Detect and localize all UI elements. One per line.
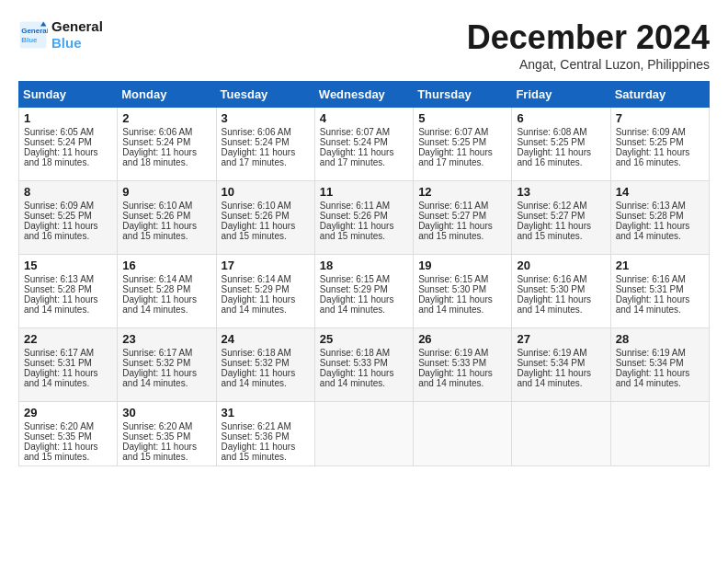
cell-text: and 14 minutes. (222, 378, 310, 388)
cell-text: Sunrise: 6:13 AM (616, 201, 704, 211)
cell-text: Sunset: 5:26 PM (222, 211, 310, 221)
cell-text: and 14 minutes. (418, 304, 506, 315)
day-number: 28 (616, 332, 704, 346)
day-number: 19 (418, 259, 506, 272)
header: General Blue General Blue December 2024 … (18, 18, 710, 72)
day-number: 8 (24, 185, 112, 199)
day-number: 3 (222, 111, 310, 125)
cell-text: Daylight: 11 hours (320, 294, 408, 304)
cell-text: and 15 minutes. (222, 452, 310, 462)
calendar-row-3: 15Sunrise: 6:13 AMSunset: 5:28 PMDayligh… (19, 255, 710, 328)
calendar-cell: 9Sunrise: 6:10 AMSunset: 5:26 PMDaylight… (118, 181, 216, 255)
calendar-cell: 13Sunrise: 6:12 AMSunset: 5:27 PMDayligh… (512, 181, 610, 255)
calendar-cell: 5Sunrise: 6:07 AMSunset: 5:25 PMDaylight… (414, 108, 512, 181)
cell-text: Sunset: 5:24 PM (122, 137, 210, 147)
calendar-cell: 31Sunrise: 6:21 AMSunset: 5:36 PMDayligh… (216, 402, 314, 466)
calendar-cell: 1Sunrise: 6:05 AMSunset: 5:24 PMDaylight… (19, 108, 118, 181)
day-number: 18 (320, 259, 408, 272)
cell-text: Sunset: 5:24 PM (320, 137, 408, 147)
cell-text: Sunrise: 6:09 AM (616, 127, 704, 137)
cell-text: Sunset: 5:30 PM (517, 284, 605, 294)
cell-text: and 15 minutes. (222, 231, 310, 241)
cell-text: and 15 minutes. (122, 231, 210, 241)
calendar-cell (414, 402, 512, 466)
cell-text: Daylight: 11 hours (24, 368, 112, 378)
cell-text: Daylight: 11 hours (222, 368, 310, 378)
cell-text: Sunrise: 6:17 AM (122, 348, 210, 358)
cell-text: Daylight: 11 hours (320, 221, 408, 231)
calendar-cell: 2Sunrise: 6:06 AMSunset: 5:24 PMDaylight… (118, 108, 216, 181)
day-number: 24 (222, 332, 310, 346)
calendar-cell: 21Sunrise: 6:16 AMSunset: 5:31 PMDayligh… (610, 255, 709, 328)
calendar-cell: 14Sunrise: 6:13 AMSunset: 5:28 PMDayligh… (610, 181, 709, 255)
calendar-cell: 29Sunrise: 6:20 AMSunset: 5:35 PMDayligh… (19, 402, 118, 466)
location-subtitle: Angat, Central Luzon, Philippines (467, 57, 710, 72)
calendar-cell: 11Sunrise: 6:11 AMSunset: 5:26 PMDayligh… (314, 181, 413, 255)
calendar-cell: 15Sunrise: 6:13 AMSunset: 5:28 PMDayligh… (19, 255, 118, 328)
cell-text: Sunset: 5:31 PM (616, 284, 704, 294)
cell-text: Sunset: 5:25 PM (24, 211, 112, 221)
logo: General Blue General Blue (18, 18, 103, 52)
cell-text: Sunrise: 6:16 AM (517, 274, 605, 284)
cell-text: Daylight: 11 hours (320, 368, 408, 378)
cell-text: Daylight: 11 hours (122, 368, 210, 378)
cell-text: Sunrise: 6:17 AM (24, 348, 112, 358)
cell-text: Daylight: 11 hours (222, 442, 310, 452)
cell-text: and 14 minutes. (320, 304, 408, 315)
col-friday: Friday (512, 82, 610, 108)
day-number: 2 (122, 111, 210, 125)
day-number: 4 (320, 111, 408, 125)
calendar-cell: 6Sunrise: 6:08 AMSunset: 5:25 PMDaylight… (512, 108, 610, 181)
cell-text: Sunrise: 6:19 AM (616, 348, 704, 358)
cell-text: Sunrise: 6:14 AM (222, 274, 310, 284)
cell-text: Sunset: 5:25 PM (418, 137, 506, 147)
logo-text-line1: General (51, 18, 103, 35)
day-number: 9 (122, 185, 210, 199)
cell-text: Sunrise: 6:11 AM (320, 201, 408, 211)
cell-text: and 14 minutes. (616, 304, 704, 315)
day-number: 11 (320, 185, 408, 199)
day-number: 12 (418, 185, 506, 199)
cell-text: and 14 minutes. (517, 378, 605, 388)
cell-text: and 14 minutes. (122, 304, 210, 315)
cell-text: Sunrise: 6:05 AM (24, 127, 112, 137)
cell-text: Sunset: 5:33 PM (418, 358, 506, 368)
cell-text: Sunset: 5:27 PM (418, 211, 506, 221)
cell-text: Sunset: 5:27 PM (517, 211, 605, 221)
calendar-cell: 23Sunrise: 6:17 AMSunset: 5:32 PMDayligh… (118, 328, 216, 402)
cell-text: Sunrise: 6:20 AM (122, 421, 210, 431)
cell-text: and 14 minutes. (616, 231, 704, 241)
col-thursday: Thursday (414, 82, 512, 108)
calendar-cell: 19Sunrise: 6:15 AMSunset: 5:30 PMDayligh… (414, 255, 512, 328)
calendar-cell: 3Sunrise: 6:06 AMSunset: 5:24 PMDaylight… (216, 108, 314, 181)
cell-text: Sunset: 5:32 PM (122, 358, 210, 368)
cell-text: Daylight: 11 hours (418, 221, 506, 231)
cell-text: Sunset: 5:33 PM (320, 358, 408, 368)
cell-text: and 14 minutes. (517, 304, 605, 315)
day-number: 17 (222, 259, 310, 272)
col-monday: Monday (118, 82, 216, 108)
cell-text: Sunset: 5:28 PM (24, 284, 112, 294)
cell-text: Sunrise: 6:15 AM (320, 274, 408, 284)
day-number: 5 (418, 111, 506, 125)
cell-text: Daylight: 11 hours (616, 147, 704, 157)
cell-text: Sunset: 5:35 PM (24, 431, 112, 442)
calendar-cell: 27Sunrise: 6:19 AMSunset: 5:34 PMDayligh… (512, 328, 610, 402)
calendar-table: Sunday Monday Tuesday Wednesday Thursday… (18, 81, 710, 466)
day-number: 20 (517, 259, 605, 272)
cell-text: Daylight: 11 hours (24, 221, 112, 231)
day-number: 30 (122, 406, 210, 419)
cell-text: Sunset: 5:34 PM (616, 358, 704, 368)
cell-text: Sunrise: 6:15 AM (418, 274, 506, 284)
cell-text: and 16 minutes. (24, 231, 112, 241)
cell-text: Sunrise: 6:08 AM (517, 127, 605, 137)
cell-text: Daylight: 11 hours (517, 147, 605, 157)
cell-text: Daylight: 11 hours (122, 294, 210, 304)
cell-text: and 14 minutes. (222, 304, 310, 315)
calendar-row-5: 29Sunrise: 6:20 AMSunset: 5:35 PMDayligh… (19, 402, 710, 466)
day-number: 6 (517, 111, 605, 125)
cell-text: Daylight: 11 hours (616, 368, 704, 378)
cell-text: Sunrise: 6:07 AM (320, 127, 408, 137)
calendar-cell: 18Sunrise: 6:15 AMSunset: 5:29 PMDayligh… (314, 255, 413, 328)
cell-text: and 14 minutes. (24, 378, 112, 388)
